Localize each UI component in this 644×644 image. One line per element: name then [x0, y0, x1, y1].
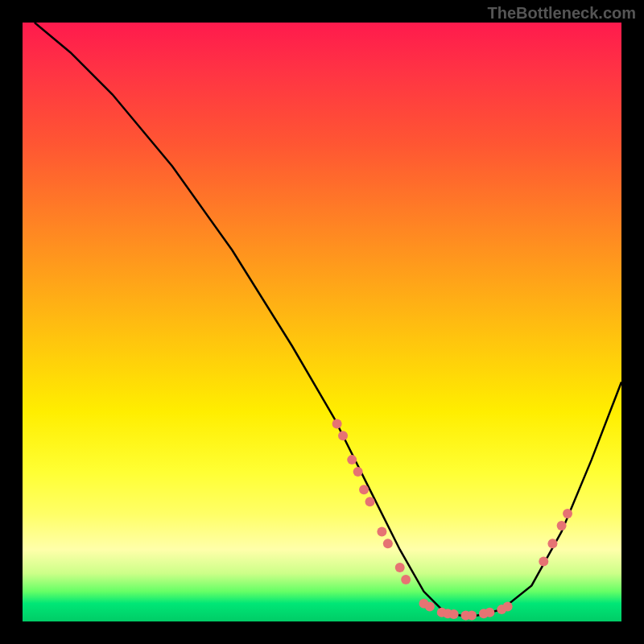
data-marker: [338, 431, 348, 440]
data-marker: [563, 509, 572, 518]
data-marker: [401, 575, 411, 584]
watermark-text: TheBottleneck.com: [488, 4, 636, 23]
data-marker: [425, 601, 435, 611]
data-marker: [377, 526, 386, 536]
data-marker: [347, 455, 357, 464]
data-marker: [503, 601, 513, 611]
data-marker: [365, 497, 375, 506]
data-marker: [557, 521, 567, 530]
data-marker: [485, 608, 494, 617]
chart-svg: [23, 23, 621, 621]
data-markers: [332, 419, 572, 620]
data-marker: [395, 563, 405, 572]
data-marker: [353, 467, 363, 477]
data-marker: [449, 609, 459, 619]
data-marker: [383, 539, 393, 548]
plot-area: [23, 23, 621, 621]
data-marker: [467, 611, 477, 621]
chart-container: TheBottleneck.com: [0, 0, 644, 644]
data-marker: [547, 539, 557, 548]
data-marker: [359, 485, 369, 494]
curve-line: [35, 23, 621, 616]
data-marker: [539, 557, 548, 567]
data-marker: [332, 419, 342, 428]
